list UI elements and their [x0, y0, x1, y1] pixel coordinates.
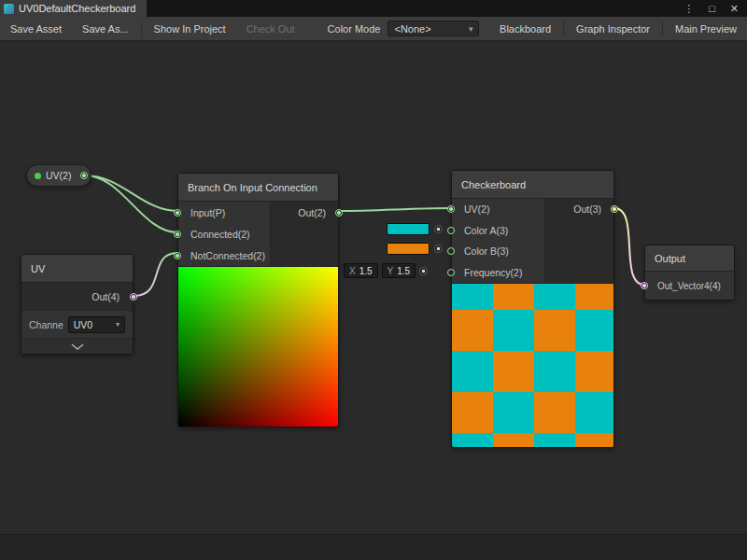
color-a-widget — [387, 223, 443, 235]
show-in-project-button[interactable]: Show In Project — [144, 17, 236, 40]
frequency-x-field[interactable]: X 1.5 — [344, 263, 378, 278]
edge-checkerboard-to-output[interactable] — [614, 208, 644, 285]
uv-output-row: Out(4) — [21, 283, 133, 311]
chevron-down-icon: ▾ — [469, 24, 473, 34]
output-node-header[interactable]: Output — [645, 245, 734, 272]
branch-node-preview — [178, 266, 338, 427]
graph-canvas[interactable]: UV(2) Branch On Input Connection Input(P… — [0, 41, 747, 560]
checkerboard-frequency-row: Frequency(2) — [452, 262, 544, 284]
branch-input-row: Connected(2) — [178, 223, 270, 245]
output-node[interactable]: Output Out_Vector4(4) — [644, 245, 735, 301]
checkerboard-uv-port[interactable] — [447, 205, 455, 213]
chevron-down-icon — [71, 343, 84, 350]
checkerboard-frequency-label: Frequency(2) — [464, 267, 522, 278]
checkerboard-color-a-port[interactable] — [447, 227, 455, 234]
check-out-button: Check Out — [236, 17, 305, 40]
checkerboard-color-b-label: Color B(3) — [464, 245, 509, 257]
uv-channel-control: Channe UV0 ▾ — [21, 311, 133, 339]
checkerboard-color-b-port[interactable] — [447, 247, 455, 255]
branch-connected-port[interactable] — [174, 231, 181, 238]
branch-input-row: Input(P) — [178, 202, 270, 223]
title-bar: UV0DefaultCheckerboard ⋮ □ ✕ — [0, 0, 747, 17]
branch-input-row: NotConnected(2) — [178, 245, 270, 266]
checkerboard-out-label: Out(3) — [573, 203, 601, 215]
color-b-widget — [387, 243, 443, 255]
branch-input-p-port[interactable] — [174, 209, 181, 217]
checkerboard-color-a-label: Color A(3) — [464, 225, 508, 236]
channel-value: UV0 — [74, 319, 92, 330]
toolbar-divider — [141, 21, 142, 36]
graph-inspector-button[interactable]: Graph Inspector — [566, 17, 660, 40]
node-collapse-toggle[interactable] — [21, 339, 133, 354]
uv-node-header[interactable]: UV — [21, 255, 133, 283]
color-b-connector-dot[interactable] — [434, 245, 443, 253]
graph-tab[interactable]: UV0DefaultCheckerboard — [0, 0, 147, 17]
chevron-down-icon: ▾ — [116, 320, 120, 329]
checkerboard-color-b-row: Color B(3) — [452, 241, 544, 262]
uv-property-label: UV(2) — [46, 170, 71, 181]
color-a-connector-dot[interactable] — [434, 225, 443, 233]
shader-graph-asset-icon — [4, 4, 14, 14]
uv-node[interactable]: UV Out(4) Channe UV0 ▾ — [21, 254, 134, 355]
bottom-panel-edge — [0, 534, 747, 560]
branch-notconnected-port[interactable] — [174, 252, 181, 259]
output-in-port[interactable] — [641, 282, 648, 289]
branch-connected-label: Connected(2) — [190, 229, 250, 240]
save-asset-button[interactable]: Save Asset — [0, 17, 72, 40]
toolbar-divider — [563, 21, 564, 36]
color-mode-dropdown[interactable]: <None> ▾ — [388, 21, 479, 36]
color-b-swatch[interactable] — [387, 243, 430, 255]
uv-property-node[interactable]: UV(2) — [26, 164, 92, 187]
checkerboard-preview — [452, 283, 613, 447]
branch-node-title: Branch On Input Connection — [188, 182, 317, 193]
uv-out-label: Out(4) — [92, 291, 120, 302]
checkerboard-uv-row: UV(2) — [452, 199, 544, 220]
output-node-title: Output — [655, 253, 685, 264]
channel-label: Channe — [29, 319, 63, 330]
branch-output-row: Out(2) — [271, 202, 338, 223]
toolbar-divider — [662, 21, 663, 36]
frequency-connector-dot[interactable] — [419, 267, 428, 275]
blackboard-button[interactable]: Blackboard — [489, 17, 561, 40]
window-menu-icon[interactable]: ⋮ — [684, 4, 694, 14]
checkerboard-out-port[interactable] — [611, 205, 618, 213]
shader-graph-toolbar: Save Asset Save As... Show In Project Ch… — [0, 17, 747, 41]
frequency-y-value: 1.5 — [397, 266, 410, 276]
close-icon[interactable]: ✕ — [730, 4, 739, 14]
uv-property-output-port[interactable] — [80, 172, 88, 179]
graph-tab-title: UV0DefaultCheckerboard — [19, 3, 135, 14]
checkerboard-uv-label: UV(2) — [464, 203, 489, 215]
channel-dropdown[interactable]: UV0 ▾ — [68, 316, 125, 333]
output-in-label: Out_Vector4(4) — [657, 281, 721, 291]
branch-out-label: Out(2) — [298, 207, 326, 218]
save-as-button[interactable]: Save As... — [72, 17, 139, 40]
uv-out-port[interactable] — [130, 293, 137, 301]
branch-input-p-label: Input(P) — [190, 207, 225, 218]
frequency-y-axis-label: Y — [388, 266, 394, 276]
checkerboard-output-row: Out(3) — [545, 199, 613, 219]
checkerboard-frequency-port[interactable] — [447, 269, 455, 276]
branch-out-port[interactable] — [335, 209, 343, 217]
checkerboard-node-title: Checkerboard — [461, 179, 526, 190]
branch-node[interactable]: Branch On Input Connection Input(P) Conn… — [177, 173, 339, 427]
color-mode-value: <None> — [394, 23, 430, 35]
frequency-y-field[interactable]: Y 1.5 — [382, 263, 416, 278]
color-mode-label: Color Mode — [305, 23, 388, 35]
uv-node-title: UV — [31, 263, 45, 274]
main-preview-button[interactable]: Main Preview — [665, 17, 747, 40]
frequency-x-value: 1.5 — [359, 266, 373, 276]
property-type-dot — [35, 173, 41, 179]
checkerboard-node-header[interactable]: Checkerboard — [452, 171, 613, 199]
color-a-swatch[interactable] — [387, 223, 430, 235]
frequency-x-axis-label: X — [349, 266, 356, 276]
edge-uvout-to-notconnected[interactable] — [134, 253, 177, 296]
checkerboard-node[interactable]: Checkerboard UV(2) Color A(3) Color B(3) — [451, 170, 614, 448]
edge-branch-to-checkerboard[interactable] — [339, 208, 451, 211]
branch-node-header[interactable]: Branch On Input Connection — [178, 174, 338, 202]
edge-property-to-input[interactable] — [85, 175, 177, 211]
frequency-widget: X 1.5 Y 1.5 — [344, 263, 428, 278]
maximize-icon[interactable]: □ — [709, 4, 715, 14]
branch-notconnected-label: NotConnected(2) — [190, 250, 265, 261]
output-input-row: Out_Vector4(4) — [645, 272, 734, 300]
edge-property-to-connected[interactable] — [85, 175, 177, 232]
